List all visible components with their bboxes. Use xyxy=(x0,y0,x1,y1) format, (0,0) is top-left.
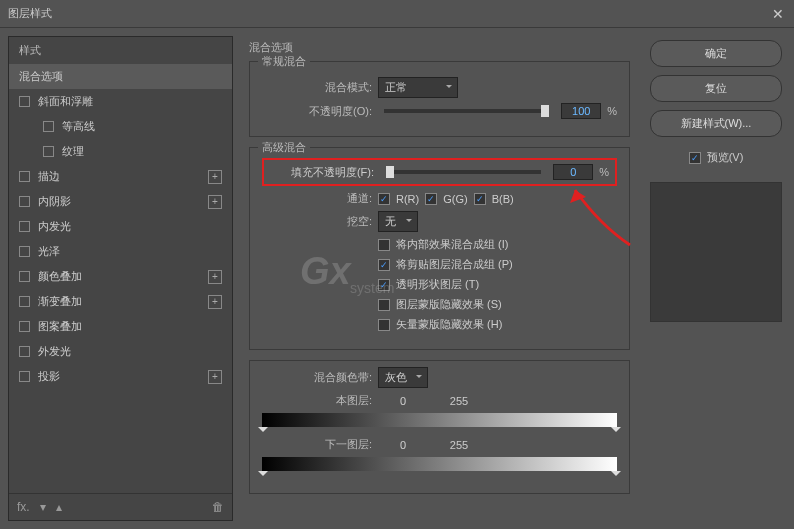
cancel-button[interactable]: 复位 xyxy=(650,75,782,102)
style-item-10[interactable]: 图案叠加 xyxy=(9,314,232,339)
style-label: 投影 xyxy=(38,369,208,384)
style-item-2[interactable]: 等高线 xyxy=(9,114,232,139)
preview-label: 预览(V) xyxy=(707,150,744,165)
opacity-input[interactable]: 100 xyxy=(561,103,601,119)
up-icon[interactable]: ▴ xyxy=(56,500,62,514)
down-icon[interactable]: ▾ xyxy=(40,500,46,514)
channel-r-checkbox[interactable] xyxy=(378,193,390,205)
style-item-6[interactable]: 内发光 xyxy=(9,214,232,239)
titlebar: 图层样式 ✕ xyxy=(0,0,794,28)
style-checkbox[interactable] xyxy=(43,121,54,132)
style-label: 图案叠加 xyxy=(38,319,222,334)
style-checkbox[interactable] xyxy=(43,146,54,157)
style-checkbox[interactable] xyxy=(19,96,30,107)
window-title: 图层样式 xyxy=(8,6,52,21)
preview-checkbox[interactable] xyxy=(689,152,701,164)
style-label: 外发光 xyxy=(38,344,222,359)
style-label: 斜面和浮雕 xyxy=(38,94,222,109)
action-panel: 确定 复位 新建样式(W)... 预览(V) xyxy=(646,36,786,521)
style-checkbox[interactable] xyxy=(19,171,30,182)
preview-box xyxy=(650,182,782,322)
blend-if-group: 混合颜色带: 灰色 本图层: 0 255 下一图层: 0 255 xyxy=(249,360,630,494)
fill-opacity-label: 填充不透明度(F): xyxy=(270,165,374,180)
style-checkbox[interactable] xyxy=(19,371,30,382)
style-checkbox[interactable] xyxy=(19,196,30,207)
style-item-5[interactable]: 内阴影+ xyxy=(9,189,232,214)
add-icon[interactable]: + xyxy=(208,270,222,284)
next-layer-label: 下一图层: xyxy=(262,437,372,452)
style-item-12[interactable]: 投影+ xyxy=(9,364,232,389)
blend-clipped-checkbox[interactable] xyxy=(378,259,390,271)
new-style-button[interactable]: 新建样式(W)... xyxy=(650,110,782,137)
style-item-11[interactable]: 外发光 xyxy=(9,339,232,364)
style-label: 内阴影 xyxy=(38,194,208,209)
style-label: 颜色叠加 xyxy=(38,269,208,284)
vector-mask-checkbox[interactable] xyxy=(378,319,390,331)
channels-label: 通道: xyxy=(262,191,372,206)
style-item-1[interactable]: 斜面和浮雕 xyxy=(9,89,232,114)
ok-button[interactable]: 确定 xyxy=(650,40,782,67)
fill-opacity-slider[interactable] xyxy=(386,170,541,174)
knockout-label: 挖空: xyxy=(262,214,372,229)
options-panel: 混合选项 常规混合 混合模式: 正常 不透明度(O): 100 % 高级混合 填… xyxy=(241,36,638,521)
channel-g-checkbox[interactable] xyxy=(425,193,437,205)
channel-b-checkbox[interactable] xyxy=(474,193,486,205)
this-layer-slider[interactable] xyxy=(262,413,617,427)
add-icon[interactable]: + xyxy=(208,195,222,209)
close-icon[interactable]: ✕ xyxy=(770,6,786,22)
add-icon[interactable]: + xyxy=(208,295,222,309)
opacity-label: 不透明度(O): xyxy=(262,104,372,119)
knockout-select[interactable]: 无 xyxy=(378,211,418,232)
style-label: 纹理 xyxy=(62,144,222,159)
blend-if-label: 混合颜色带: xyxy=(262,370,372,385)
style-checkbox[interactable] xyxy=(19,221,30,232)
blend-if-select[interactable]: 灰色 xyxy=(378,367,428,388)
style-item-4[interactable]: 描边+ xyxy=(9,164,232,189)
style-label: 描边 xyxy=(38,169,208,184)
blend-mode-label: 混合模式: xyxy=(262,80,372,95)
style-label: 内发光 xyxy=(38,219,222,234)
styles-list: 混合选项斜面和浮雕等高线纹理描边+内阴影+内发光光泽颜色叠加+渐变叠加+图案叠加… xyxy=(9,64,232,493)
options-heading: 混合选项 xyxy=(249,40,630,55)
style-checkbox[interactable] xyxy=(19,296,30,307)
fill-opacity-highlight: 填充不透明度(F): 0 % xyxy=(262,158,617,186)
style-item-8[interactable]: 颜色叠加+ xyxy=(9,264,232,289)
add-icon[interactable]: + xyxy=(208,370,222,384)
styles-panel: 样式 混合选项斜面和浮雕等高线纹理描边+内阴影+内发光光泽颜色叠加+渐变叠加+图… xyxy=(8,36,233,521)
style-label: 混合选项 xyxy=(19,69,222,84)
fx-icon[interactable]: fx. xyxy=(17,500,30,514)
styles-header: 样式 xyxy=(9,37,232,64)
blend-mode-select[interactable]: 正常 xyxy=(378,77,458,98)
advanced-blend-group: 高级混合 填充不透明度(F): 0 % 通道: R(R) G(G) B(B) 挖… xyxy=(249,147,630,350)
style-item-7[interactable]: 光泽 xyxy=(9,239,232,264)
fill-opacity-input[interactable]: 0 xyxy=(553,164,593,180)
add-icon[interactable]: + xyxy=(208,170,222,184)
style-checkbox[interactable] xyxy=(19,346,30,357)
normal-blend-group: 常规混合 混合模式: 正常 不透明度(O): 100 % xyxy=(249,61,630,137)
style-label: 等高线 xyxy=(62,119,222,134)
style-item-9[interactable]: 渐变叠加+ xyxy=(9,289,232,314)
opacity-slider[interactable] xyxy=(384,109,549,113)
trash-icon[interactable]: 🗑 xyxy=(212,500,224,514)
next-layer-slider[interactable] xyxy=(262,457,617,471)
style-label: 光泽 xyxy=(38,244,222,259)
style-item-3[interactable]: 纹理 xyxy=(9,139,232,164)
transparency-checkbox[interactable] xyxy=(378,279,390,291)
styles-footer: fx. ▾ ▴ 🗑 xyxy=(9,493,232,520)
style-checkbox[interactable] xyxy=(19,271,30,282)
style-checkbox[interactable] xyxy=(19,321,30,332)
layer-mask-checkbox[interactable] xyxy=(378,299,390,311)
blend-interior-checkbox[interactable] xyxy=(378,239,390,251)
style-checkbox[interactable] xyxy=(19,246,30,257)
this-layer-label: 本图层: xyxy=(262,393,372,408)
style-label: 渐变叠加 xyxy=(38,294,208,309)
style-item-0[interactable]: 混合选项 xyxy=(9,64,232,89)
